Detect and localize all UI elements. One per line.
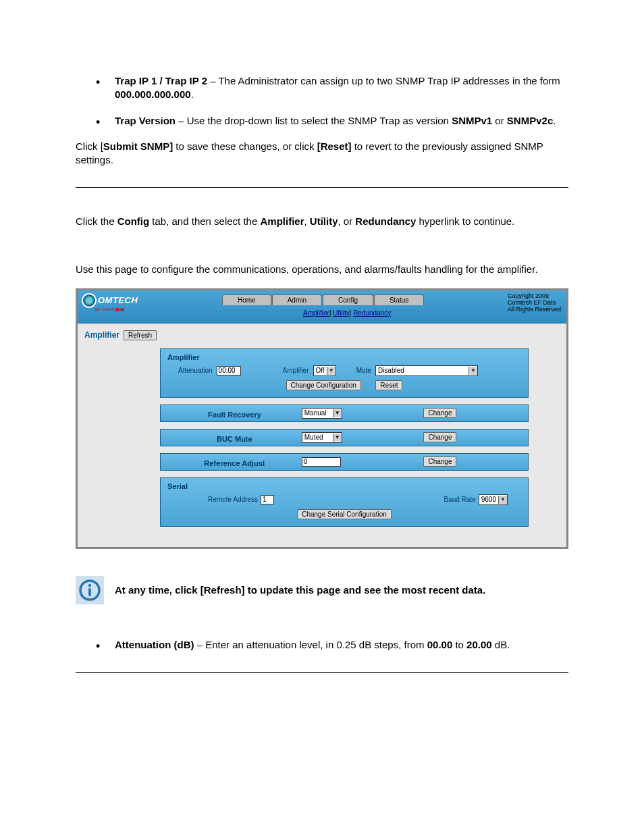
- panel-amplifier-title: Amplifier: [167, 353, 521, 361]
- logo: OMTECH EF DATA ▮▮▮▮: [82, 293, 138, 311]
- remote-address-label: Remote Address: [208, 496, 258, 503]
- note-box: At any time, click [Refresh] to update t…: [76, 576, 568, 604]
- mute-select[interactable]: Disabled ▼: [375, 365, 478, 376]
- subtab-redundancy[interactable]: Redundancy: [353, 309, 391, 317]
- attenuation-input[interactable]: [217, 366, 241, 375]
- serial-title: Serial: [167, 482, 521, 490]
- fault-change-button[interactable]: Change: [423, 408, 456, 418]
- tab-config[interactable]: Config: [323, 294, 373, 305]
- footer-rule: [76, 672, 568, 673]
- refresh-button[interactable]: Refresh: [124, 330, 157, 340]
- note-text: At any time, click [Refresh] to update t…: [115, 584, 485, 596]
- change-serial-config-button[interactable]: Change Serial Configuration: [297, 509, 392, 519]
- divider-1: [76, 187, 568, 188]
- page-title: Amplifier: [84, 330, 119, 340]
- info-icon: [76, 576, 104, 604]
- bullet-trap-version: Trap Version – Use the drop-down list to…: [96, 114, 568, 128]
- screenshot-figure: OMTECH EF DATA ▮▮▮▮ Copyright 2009 Comte…: [76, 288, 568, 549]
- panel-amplifier: Amplifier Attenuation Amplifier Off ▼ Mu…: [160, 348, 529, 398]
- chevron-down-icon: ▼: [498, 496, 507, 504]
- logo-text: OMTECH: [98, 295, 138, 305]
- baud-rate-select[interactable]: 9600 ▼: [479, 494, 508, 505]
- attenuation-label: Attenuation: [178, 367, 213, 374]
- tab-status[interactable]: Status: [374, 294, 424, 305]
- panel-buc-mute: BUC Mute Muted ▼ Change: [160, 429, 529, 446]
- remote-address-input[interactable]: [261, 495, 274, 504]
- intro-paragraph: Use this page to configure the communica…: [76, 263, 568, 276]
- bullet-attenuation: Attenuation (dB) – Enter an attenuation …: [96, 638, 568, 652]
- mute-label: Mute: [356, 367, 371, 374]
- config-tab-line: Click the Config tab, and then select th…: [76, 215, 568, 228]
- main-tabs: Home Admin Config Status: [222, 294, 424, 305]
- tab-admin[interactable]: Admin: [272, 294, 322, 305]
- buc-mute-title: BUC Mute: [167, 431, 302, 444]
- fault-recovery-select[interactable]: Manual ▼: [302, 408, 342, 419]
- reference-adjust-title: Reference Adjust: [167, 455, 302, 469]
- subtab-amplifier[interactable]: Amplifier: [303, 309, 329, 317]
- chevron-down-icon: ▼: [333, 434, 342, 442]
- figure-header: OMTECH EF DATA ▮▮▮▮ Copyright 2009 Comte…: [78, 290, 566, 323]
- bullet-trap-ip: Trap IP 1 / Trap IP 2 – The Administrato…: [96, 74, 568, 102]
- amplifier-select[interactable]: Off ▼: [313, 365, 336, 376]
- bottom-bullets: Attenuation (dB) – Enter an attenuation …: [76, 638, 568, 652]
- top-bullets: Trap IP 1 / Trap IP 2 – The Administrato…: [76, 74, 568, 128]
- globe-icon: [82, 293, 97, 308]
- copyright: Copyright 2009 Comtech EF Data All Right…: [508, 293, 561, 313]
- baud-rate-label: Baud Rate: [444, 496, 475, 503]
- chevron-down-icon: ▼: [327, 367, 336, 375]
- buc-change-button[interactable]: Change: [423, 432, 456, 442]
- tab-home[interactable]: Home: [222, 294, 271, 305]
- panel-fault-recovery: Fault Recovery Manual ▼ Change: [160, 405, 529, 422]
- sub-tabs: Amplifier| Utility| Redundancy: [303, 309, 391, 317]
- chevron-down-icon: ▼: [333, 409, 342, 417]
- chevron-down-icon: ▼: [468, 367, 477, 375]
- reset-button[interactable]: Reset: [375, 380, 402, 390]
- submit-snmp-line: Click [Submit SNMP] to save these change…: [76, 140, 568, 167]
- subtab-utility[interactable]: Utility: [333, 309, 349, 317]
- figure-body: Amplifier Refresh Amplifier Attenuation …: [78, 323, 566, 547]
- buc-mute-select[interactable]: Muted ▼: [302, 432, 342, 443]
- reference-change-button[interactable]: Change: [423, 457, 456, 467]
- fault-recovery-title: Fault Recovery: [167, 407, 302, 420]
- svg-point-1: [88, 584, 91, 587]
- panel-serial: Serial Remote Address Baud Rate 9600 ▼: [160, 477, 529, 527]
- logo-subtitle: EF DATA ▮▮▮▮: [95, 307, 138, 311]
- panel-reference-adjust: Reference Adjust Change: [160, 453, 529, 471]
- amplifier-label: Amplifier: [283, 367, 309, 374]
- svg-rect-2: [88, 588, 91, 596]
- reference-adjust-input[interactable]: [302, 457, 341, 467]
- change-configuration-button[interactable]: Change Configuration: [286, 380, 361, 390]
